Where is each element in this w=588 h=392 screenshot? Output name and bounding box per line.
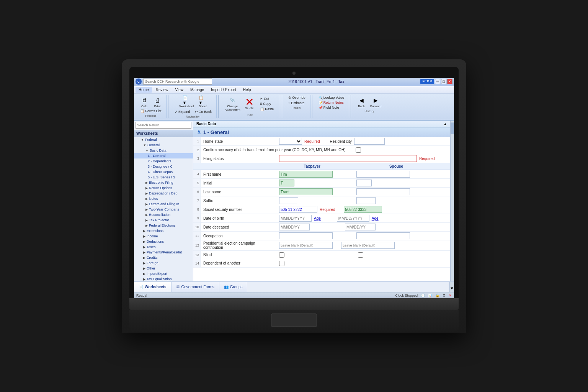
- laptop-trackpad[interactable]: [271, 314, 317, 327]
- sidebar-item-notes[interactable]: ▶ Notes: [134, 196, 193, 201]
- government-forms-nav-button[interactable]: 🏛 Government Forms: [172, 282, 219, 292]
- copy-button[interactable]: ⧉ Copy: [258, 101, 276, 106]
- taxpayer-occupation[interactable]: [279, 232, 333, 239]
- filing-status-input[interactable]: [279, 155, 417, 162]
- sidebar-item-5-series[interactable]: 5 - U.S. Series I S: [134, 175, 193, 180]
- spouse-ssn[interactable]: [344, 206, 382, 213]
- sidebar-item-extensions[interactable]: ▶ Extensions: [134, 228, 193, 234]
- sidebar-item-tax-projector[interactable]: ▶ Tax Projector: [134, 217, 193, 223]
- menu-manage[interactable]: Manage: [187, 87, 207, 93]
- taxpayer-blind[interactable]: [279, 252, 284, 258]
- search-return-input[interactable]: [136, 122, 191, 129]
- forward-button[interactable]: ▶ Forward: [369, 95, 383, 109]
- field-note-button[interactable]: 📌 Field Note: [317, 105, 346, 110]
- sidebar-item-basic-data[interactable]: ▼ Basic Data: [134, 148, 193, 153]
- calc-button[interactable]: 🖩 Calc: [139, 95, 150, 109]
- spouse-age-link[interactable]: Age: [372, 216, 379, 220]
- sidebar-item-general-parent[interactable]: ▼ General: [134, 142, 193, 148]
- menu-import-export[interactable]: Import / Export: [208, 87, 239, 93]
- lookup-value-button[interactable]: 🔍 Lookup Value: [317, 95, 346, 100]
- sidebar-item-tax-equalization[interactable]: ▶ Tax Equalization: [134, 276, 193, 281]
- sidebar-item-payments[interactable]: ▶ Payments/Penalties/Int: [134, 250, 193, 255]
- row-num-2: 2: [193, 146, 201, 154]
- cut-button[interactable]: ✂ Cut: [258, 96, 276, 101]
- menu-view[interactable]: View: [172, 87, 186, 93]
- worksheets-nav-button[interactable]: 📄 Worksheets: [134, 282, 172, 292]
- taxpayer-ssn[interactable]: [279, 206, 317, 213]
- resident-city-input[interactable]: [354, 138, 385, 145]
- return-notes-button[interactable]: 📝 Return Notes: [317, 100, 346, 105]
- home-state-dropdown[interactable]: [279, 138, 302, 145]
- maximize-button[interactable]: □: [441, 79, 446, 84]
- spouse-initial[interactable]: [356, 180, 372, 186]
- worksheet-button[interactable]: 📄▼ Worksheet: [178, 95, 195, 109]
- minimize-button[interactable]: ─: [435, 79, 440, 84]
- menu-help[interactable]: Help: [240, 87, 254, 93]
- spouse-blind[interactable]: [358, 252, 363, 258]
- groups-nav-button[interactable]: 👥 Groups: [219, 282, 248, 292]
- sidebar-item-letters[interactable]: ▶ Letters and Filing In: [134, 201, 193, 207]
- delete-button[interactable]: ✕ Delete: [243, 97, 255, 111]
- sidebar-item-reconciliation[interactable]: ▶ Reconciliation: [134, 212, 193, 217]
- sidebar-item-4-direct[interactable]: 4 - Direct Depos: [134, 169, 193, 175]
- back-button[interactable]: ◀ Back: [356, 95, 367, 109]
- sidebar-item-deductions[interactable]: ▶ Deductions: [134, 239, 193, 244]
- sidebar-item-import-export[interactable]: ▶ Import/Export: [134, 271, 193, 276]
- expand-button[interactable]: ⤢ Expand: [173, 109, 192, 114]
- right-scrollbar[interactable]: [450, 121, 454, 281]
- sidebar-item-other[interactable]: ▶ Other: [134, 266, 193, 271]
- paste-button[interactable]: 📋 Paste: [258, 107, 276, 111]
- sidebar-item-1-general[interactable]: 1 - General: [134, 153, 193, 158]
- row-label-initial: Initial: [201, 180, 278, 186]
- sidebar-item-income[interactable]: ▶ Income: [134, 234, 193, 239]
- taxpayer-age-link[interactable]: Age: [314, 216, 321, 220]
- collapse-handle[interactable]: ▼: [449, 282, 454, 292]
- taxpayer-first-name[interactable]: [279, 171, 333, 178]
- sidebar-item-2-dependents[interactable]: 2 - Dependents: [134, 158, 193, 164]
- spouse-occupation[interactable]: [356, 232, 410, 239]
- sidebar-item-electronic[interactable]: ▶ Electronic Filing: [134, 180, 193, 185]
- spouse-date-deceased[interactable]: [345, 224, 376, 230]
- sidebar-item-credits[interactable]: ▶ Credits: [134, 255, 193, 260]
- menu-home[interactable]: Home: [136, 87, 152, 93]
- window-controls: FED 0 ─ □ ✕: [420, 79, 452, 84]
- go-back-button[interactable]: ↩ Go Back: [193, 109, 214, 114]
- sidebar-item-foreign[interactable]: ▶ Foreign: [134, 260, 193, 266]
- process-label: Process: [145, 114, 157, 118]
- taxpayer-initial[interactable]: [279, 180, 294, 186]
- sidebar-item-federal[interactable]: ▼ Federal: [134, 137, 193, 142]
- sidebar-item-two-year[interactable]: ▶ Two-Year Comparis: [134, 207, 193, 212]
- row-1: 1 Home state Required Resident city: [193, 137, 450, 146]
- taxpayer-presidential[interactable]: [279, 242, 333, 249]
- taxpayer-dependent[interactable]: [279, 261, 284, 266]
- search-box[interactable]: Search CCH Research with Google: [143, 78, 212, 85]
- sheet-button[interactable]: 📋▼ Sheet: [197, 95, 209, 109]
- confirm-accuracy-checkbox[interactable]: [356, 147, 361, 153]
- print-button[interactable]: 🖨 Print: [152, 95, 163, 109]
- taxpayer-date-deceased[interactable]: [279, 224, 310, 230]
- taxpayer-last-name[interactable]: [279, 188, 333, 195]
- content-header-expand[interactable]: ▲: [443, 122, 447, 126]
- estimate-button[interactable]: ~ Estimate: [287, 101, 307, 105]
- spouse-first-name[interactable]: [356, 171, 410, 178]
- row-num-14: 14: [193, 259, 201, 267]
- sidebar-item-taxes[interactable]: ▶ Taxes: [134, 244, 193, 250]
- ready-status: Ready!: [136, 294, 147, 297]
- taxpayer-dob[interactable]: [279, 215, 312, 222]
- sidebar-item-federal-elections[interactable]: ▶ Federal Elections: [134, 223, 193, 228]
- forms-list-button[interactable]: 📋 Forms List: [139, 109, 163, 113]
- sidebar-item-3-designee[interactable]: 3 - Designee / C: [134, 164, 193, 169]
- ribbon-group-navigation: 📄▼ Worksheet 📋▼ Sheet ⤢ Expand: [170, 95, 217, 119]
- change-attachment-button[interactable]: 📎 ChangeAttachment: [223, 95, 242, 113]
- sidebar-item-depreciation[interactable]: ▶ Depreciation / Dep: [134, 191, 193, 196]
- spouse-presidential[interactable]: [341, 242, 395, 249]
- spouse-suffix[interactable]: [356, 197, 376, 204]
- spouse-last-name[interactable]: [356, 188, 410, 195]
- spouse-dob[interactable]: [337, 215, 369, 222]
- close-button[interactable]: ✕: [447, 79, 452, 84]
- taxpayer-suffix[interactable]: [279, 197, 298, 204]
- row-content-3: Required: [278, 154, 450, 163]
- override-button[interactable]: ⊙ Override: [287, 95, 307, 100]
- sidebar-item-return-options[interactable]: ▶ Return Options: [134, 185, 193, 191]
- menu-review[interactable]: Review: [153, 87, 172, 93]
